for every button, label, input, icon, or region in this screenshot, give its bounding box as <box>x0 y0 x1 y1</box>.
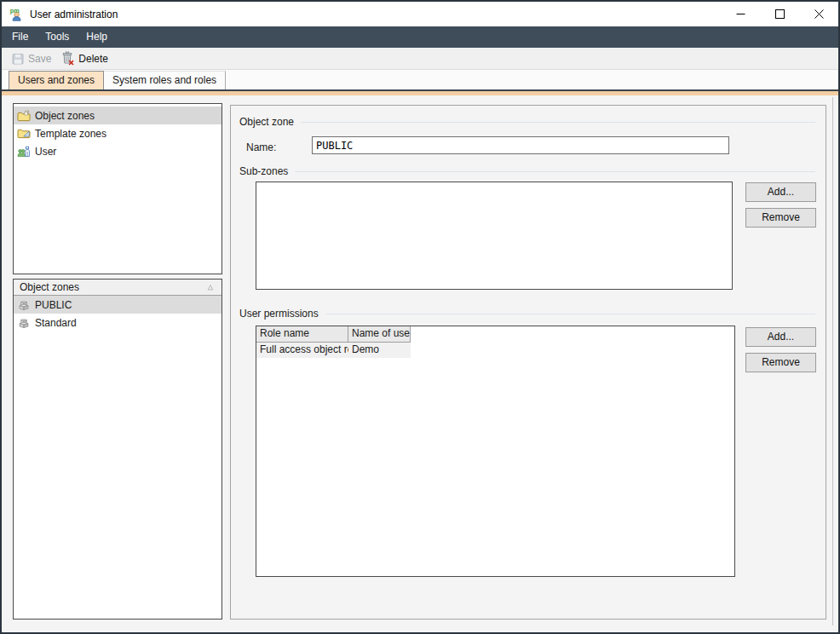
tab-users-and-zones[interactable]: Users and zones <box>9 71 104 89</box>
minimize-icon <box>736 9 745 19</box>
section-divider <box>301 122 815 123</box>
tree-item-template-zones[interactable]: Template zones <box>14 124 222 142</box>
subzones-add-button[interactable]: Add... <box>745 182 816 202</box>
subzones-remove-button[interactable]: Remove <box>745 208 816 228</box>
close-button[interactable] <box>799 2 838 26</box>
permissions-table: Role name Name of user Full access objec… <box>256 326 735 577</box>
save-label: Save <box>28 53 51 65</box>
svg-text:pm: pm <box>10 7 20 14</box>
zone-cube-icon <box>17 298 31 312</box>
window-controls <box>721 2 838 26</box>
permissions-table-row[interactable]: Full access object role Demo <box>256 343 734 358</box>
right-gutter-line <box>832 97 833 625</box>
app-window: pm User administration File Tools Help <box>0 0 840 634</box>
list-header-label: Object zones <box>20 281 205 293</box>
subzones-section: Sub-zones <box>231 165 826 177</box>
cell-name-of-user: Demo <box>348 343 411 358</box>
tab-strip: Users and zones System roles and roles <box>2 70 838 89</box>
object-zones-list-header[interactable]: Object zones <box>14 280 222 296</box>
section-divider <box>325 314 815 314</box>
maximize-button[interactable] <box>760 2 799 26</box>
object-zone-section: Object zone <box>231 116 826 128</box>
cell-role-name: Full access object role <box>256 343 348 358</box>
content-area: Object zones Template zones <box>2 95 838 632</box>
category-tree-panel: Object zones Template zones <box>13 103 222 274</box>
toolbar: Save Delete <box>2 48 838 70</box>
menu-help[interactable]: Help <box>78 26 116 48</box>
column-header-name-of-user[interactable]: Name of user <box>348 326 411 343</box>
maximize-icon <box>775 9 785 19</box>
delete-label: Delete <box>78 53 108 65</box>
permissions-add-button[interactable]: Add... <box>745 327 816 347</box>
users-icon <box>17 145 31 158</box>
folder-zone-icon <box>17 109 31 123</box>
permissions-section: User permissions <box>231 308 826 320</box>
save-icon <box>11 52 25 66</box>
close-icon <box>814 9 824 19</box>
title-bar: pm User administration <box>2 2 838 26</box>
menu-file[interactable]: File <box>3 26 37 48</box>
list-item-label: Standard <box>35 317 77 329</box>
app-icon: pm <box>9 7 24 22</box>
tree-item-label: User <box>35 146 56 158</box>
list-item-public[interactable]: PUBLIC <box>14 296 222 314</box>
section-divider <box>295 171 815 172</box>
tree-item-user[interactable]: User <box>14 142 222 160</box>
permissions-remove-button[interactable]: Remove <box>745 353 816 372</box>
permissions-table-header: Role name Name of user <box>256 326 734 343</box>
minimize-button[interactable] <box>721 2 760 26</box>
folder-template-icon <box>17 127 31 141</box>
sort-asc-icon <box>205 283 216 291</box>
zone-detail-group: Object zone Name: Sub-zones Add... Remov… <box>230 105 826 620</box>
delete-button[interactable]: Delete <box>57 49 112 67</box>
permissions-section-label: User permissions <box>239 308 319 320</box>
subzones-list[interactable] <box>256 182 733 290</box>
tree-item-object-zones[interactable]: Object zones <box>14 107 222 124</box>
zone-cube-icon <box>17 316 31 330</box>
object-zones-list-panel: Object zones PUBLIC <box>13 279 222 620</box>
subzones-section-label: Sub-zones <box>239 165 288 177</box>
zone-name-input[interactable] <box>312 136 729 154</box>
save-button: Save <box>8 50 55 67</box>
tab-system-roles[interactable]: System roles and roles <box>104 71 226 89</box>
object-zone-section-label: Object zone <box>239 116 294 128</box>
menu-bar: File Tools Help <box>2 26 838 48</box>
menu-tools[interactable]: Tools <box>37 26 78 48</box>
tree-item-label: Object zones <box>35 110 95 122</box>
list-item-label: PUBLIC <box>35 299 72 311</box>
delete-icon <box>60 51 75 66</box>
tree-item-label: Template zones <box>35 128 106 140</box>
window-title: User administration <box>30 9 118 20</box>
zone-name-label: Name: <box>246 141 276 153</box>
list-item-standard[interactable]: Standard <box>14 314 222 331</box>
column-header-role-name[interactable]: Role name <box>256 326 348 343</box>
